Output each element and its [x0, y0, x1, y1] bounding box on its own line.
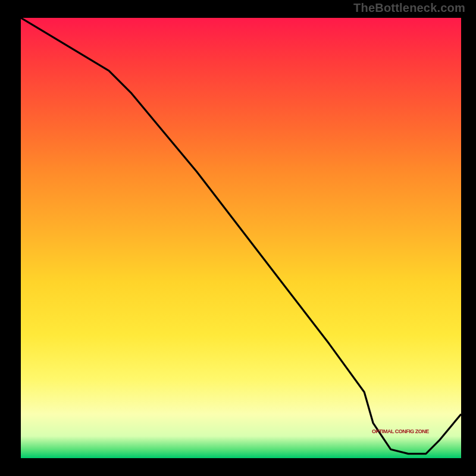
plot-area — [21, 18, 461, 458]
chart-frame: TheBottleneck.com OPTIMAL CONFIG ZONE — [0, 0, 476, 476]
attribution-text: TheBottleneck.com — [353, 1, 465, 15]
optimal-zone-label: OPTIMAL CONFIG ZONE — [372, 428, 429, 434]
